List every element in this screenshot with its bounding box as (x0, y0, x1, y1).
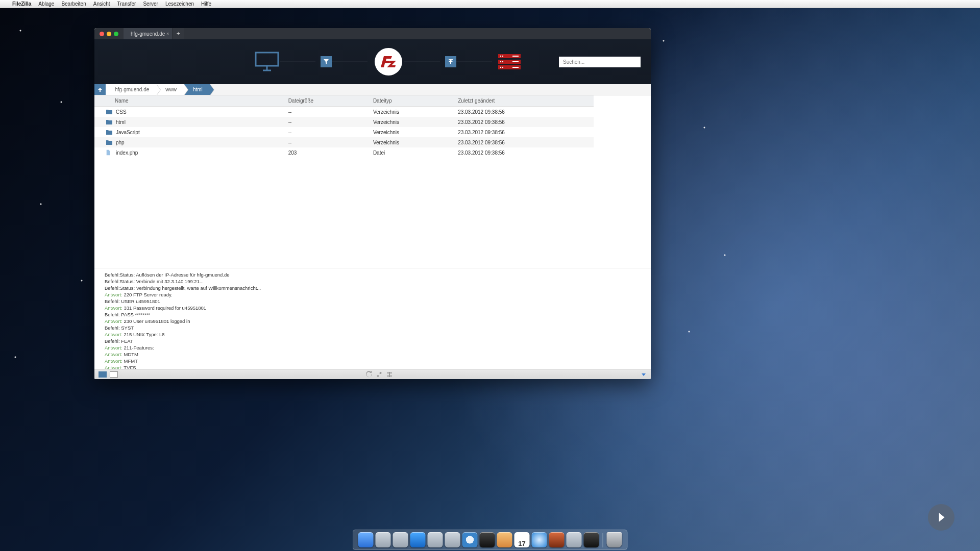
folder-icon (106, 119, 113, 125)
log-line: Befehl:Status: Verbindung hergestellt, w… (105, 285, 641, 291)
log-line: Antwort: 215 UNIX Type: L8 (105, 331, 641, 338)
file-size: -- (284, 107, 369, 117)
svg-rect-9 (512, 56, 519, 57)
file-name: index.php (116, 150, 138, 156)
log-line: Antwort: 331 Password required for u4595… (105, 305, 641, 311)
macos-menubar: FileZilla Ablage Bearbeiten Ansicht Tran… (0, 0, 743, 8)
file-modified: 23.03.2012 09:38:56 (454, 117, 594, 127)
log-line: Befehl:Status: Auflösen der IP-Adresse f… (105, 271, 641, 278)
log-line: Befehl: PASS ******** (105, 311, 641, 318)
log-line: Antwort: MDTM (105, 351, 641, 358)
layout-dual-pane-icon[interactable] (110, 371, 118, 378)
layout-single-pane-icon[interactable] (99, 371, 107, 378)
sync-icon[interactable] (376, 371, 383, 378)
file-size: -- (284, 127, 369, 137)
breadcrumb-up-button[interactable] (94, 84, 106, 95)
folder-icon (106, 139, 113, 145)
compare-icon[interactable] (386, 371, 393, 378)
status-bar (94, 369, 651, 379)
log-line: Befehl:Status: Verbinde mit 32.3.140.199… (105, 278, 641, 285)
file-listing: Name Dateigröße Dateityp Zuletzt geänder… (94, 95, 651, 158)
log-line: Befehl: USER u45951801 (105, 298, 641, 305)
col-type[interactable]: Dateityp (369, 95, 454, 107)
table-row[interactable]: index.php203Datei23.03.2012 09:38:56 (94, 147, 594, 158)
local-computer-icon (254, 51, 280, 72)
zoom-window-button[interactable] (114, 32, 118, 36)
connection-visual (217, 48, 559, 76)
log-line: Befehl: FEAT (105, 338, 641, 344)
file-type: Verzeichnis (369, 137, 454, 147)
file-type: Verzeichnis (369, 117, 454, 127)
folder-icon (106, 129, 113, 135)
breadcrumb-item[interactable]: hfg-gmuend.de (106, 84, 156, 95)
table-row[interactable]: JavaScript--Verzeichnis23.03.2012 09:38:… (94, 127, 594, 137)
menubar-item[interactable]: Server (143, 1, 158, 7)
file-name: php (116, 140, 125, 145)
menubar-item[interactable]: Transfer (117, 1, 136, 7)
log-line: Antwort: 230 User u45951801 logged in (105, 318, 641, 324)
refresh-icon[interactable] (365, 371, 373, 378)
table-row[interactable]: php--Verzeichnis23.03.2012 09:38:56 (94, 137, 594, 147)
file-modified: 23.03.2012 09:38:56 (454, 147, 594, 158)
file-size: 203 (284, 147, 369, 158)
breadcrumb: hfg-gmuend.de www html (94, 84, 651, 95)
svg-point-8 (502, 67, 503, 68)
new-tab-button[interactable]: + (173, 28, 184, 39)
remote-server-icon (497, 53, 522, 70)
svg-point-7 (500, 67, 501, 68)
filezilla-logo-icon (375, 48, 402, 76)
folder-icon (106, 109, 113, 115)
window-traffic-lights (94, 28, 124, 39)
table-row[interactable]: CSS--Verzeichnis23.03.2012 09:38:56 (94, 107, 594, 117)
breadcrumb-item[interactable]: www (156, 84, 184, 95)
table-header-row: Name Dateigröße Dateityp Zuletzt geänder… (94, 95, 594, 107)
search-input[interactable] (559, 57, 641, 67)
close-window-button[interactable] (100, 32, 104, 36)
menubar-item[interactable]: Bearbeiten (61, 1, 86, 7)
file-name: html (116, 119, 126, 125)
col-name[interactable]: Name (94, 95, 284, 107)
log-line: Antwort: 220 FTP Server ready. (105, 291, 641, 298)
file-name: JavaScript (116, 130, 140, 135)
svg-rect-11 (512, 67, 519, 68)
table-row[interactable]: html--Verzeichnis23.03.2012 09:38:56 (94, 117, 594, 127)
menubar-item[interactable]: Ansicht (93, 1, 110, 7)
upload-icon[interactable] (445, 56, 456, 67)
log-line: Antwort: 211-Features: (105, 344, 641, 351)
svg-point-6 (502, 61, 503, 62)
connection-log[interactable]: Befehl:Status: Auflösen der IP-Adresse f… (94, 268, 651, 369)
file-name: CSS (116, 109, 127, 115)
file-icon (106, 149, 113, 156)
log-line: Antwort: TVFS (105, 364, 641, 369)
svg-point-3 (500, 56, 501, 57)
svg-point-5 (500, 61, 501, 62)
col-size[interactable]: Dateigröße (284, 95, 369, 107)
file-type: Datei (369, 147, 454, 158)
connection-header (94, 39, 651, 84)
connection-tab[interactable]: hfg-gmuend.de × (124, 28, 173, 39)
file-type: Verzeichnis (369, 127, 454, 137)
file-modified: 23.03.2012 09:38:56 (454, 127, 594, 137)
file-type: Verzeichnis (369, 107, 454, 117)
search-box[interactable] (559, 57, 641, 67)
close-tab-icon[interactable]: × (166, 31, 169, 36)
menubar-item[interactable]: Lesezeichen (165, 1, 194, 7)
log-line: Antwort: MFMT (105, 358, 641, 364)
svg-rect-10 (512, 61, 519, 62)
log-line: Befehl: SYST (105, 324, 641, 331)
menubar-item[interactable]: Hilfe (201, 1, 211, 7)
disclosure-icon[interactable] (641, 371, 647, 378)
menubar-app-name[interactable]: FileZilla (12, 1, 31, 7)
file-modified: 23.03.2012 09:38:56 (454, 137, 594, 147)
file-size: -- (284, 117, 369, 127)
minimize-window-button[interactable] (107, 32, 111, 36)
menubar-item[interactable]: Ablage (38, 1, 54, 7)
tab-title: hfg-gmuend.de (131, 31, 165, 37)
file-listing-empty-area[interactable] (94, 158, 651, 268)
col-modified[interactable]: Zuletzt geändert (454, 95, 594, 107)
filezilla-window: hfg-gmuend.de × + (94, 28, 651, 379)
file-modified: 23.03.2012 09:38:56 (454, 107, 594, 117)
filter-icon[interactable] (321, 56, 332, 67)
svg-point-4 (502, 56, 503, 57)
file-size: -- (284, 137, 369, 147)
